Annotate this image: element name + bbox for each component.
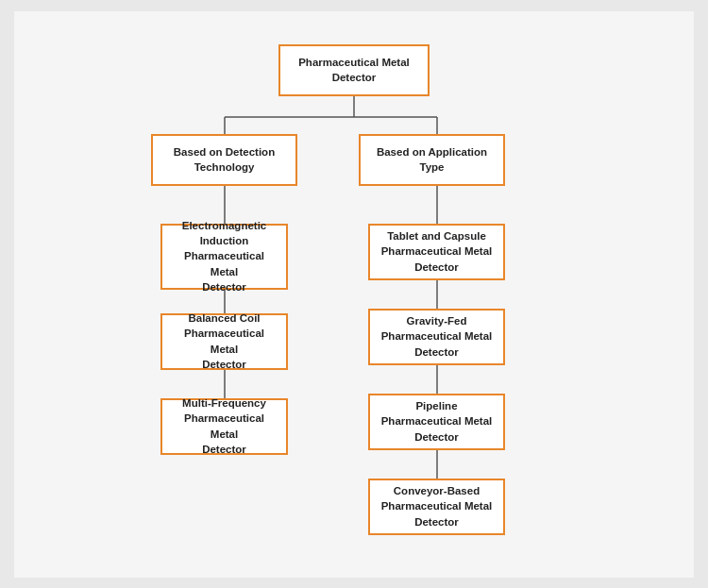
balanced-node: Balanced CoilPharmaceutical MetalDetecto… [160, 313, 288, 370]
tablet-node: Tablet and CapsulePharmaceutical MetalDe… [368, 224, 505, 280]
conveyor-node: Conveyor-BasedPharmaceutical MetalDetect… [368, 479, 505, 535]
pipeline-node: PipelinePharmaceutical MetalDetector [368, 394, 505, 450]
diagram: Pharmaceutical Metal Detector Based on D… [14, 11, 694, 578]
right-branch-node: Based on Application Type [359, 134, 505, 186]
root-node: Pharmaceutical Metal Detector [278, 44, 430, 96]
em-node: ElectromagneticInductionPharmaceutical M… [160, 224, 288, 290]
gravity-node: Gravity-FedPharmaceutical MetalDetector [368, 309, 505, 365]
left-branch-node: Based on Detection Technology [151, 134, 297, 186]
connector-lines [14, 11, 694, 578]
multi-node: Multi-FrequencyPharmaceutical MetalDetec… [160, 398, 288, 455]
